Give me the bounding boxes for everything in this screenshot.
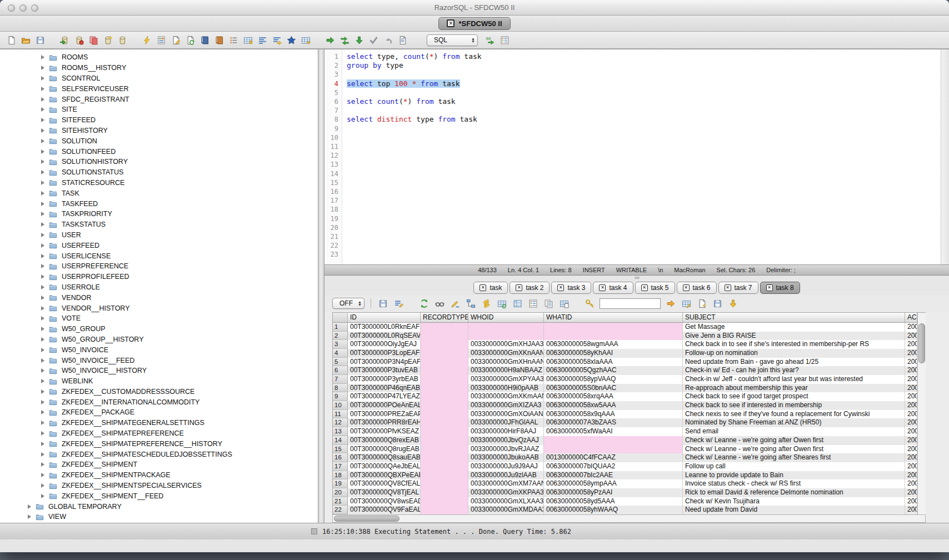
cell-whoid[interactable]: 0033000000GmXPYAA3 <box>468 375 544 384</box>
disclosure-triangle-icon[interactable] <box>41 55 44 59</box>
cell-whatid[interactable]: 00630000007A3bZAAS <box>544 418 683 427</box>
cell-num[interactable]: 5 <box>333 358 348 367</box>
sql-code-area[interactable]: select type, count(*) from taskgroup by … <box>342 49 941 264</box>
table-refresh-icon[interactable] <box>496 298 507 309</box>
cell-recordtypeid[interactable] <box>421 332 468 341</box>
cell-num[interactable]: 13 <box>333 427 348 436</box>
vertical-splitter[interactable] <box>318 49 324 523</box>
cell-subject[interactable]: Rick to email David & reference Delmonte… <box>683 488 905 497</box>
go-next-icon[interactable] <box>324 34 336 46</box>
cell-subject[interactable]: Check-in w/ Jeff - couldn't afford last … <box>683 375 905 384</box>
cell-subject[interactable]: Check back to see if good target prospec… <box>683 392 905 401</box>
rollback-undo-icon[interactable] <box>382 34 393 46</box>
cell-recordtypeid[interactable] <box>421 349 468 358</box>
disclosure-triangle-icon[interactable] <box>41 233 44 237</box>
table-copy-icon[interactable] <box>558 298 570 309</box>
tree-item-zkfedex__shipmentpackage[interactable]: ZKFEDEX__SHIPMENTPACKAGE <box>0 470 318 481</box>
cell-whoid[interactable]: 0033000000JbvQzAAJ <box>468 436 544 445</box>
cell-num[interactable]: 19 <box>333 479 348 488</box>
table-row[interactable]: 1000T3000000POeAnEAL0033000000GmXIZAA300… <box>333 401 917 410</box>
cell-id[interactable]: 00T3000000QV8CfEAL <box>348 479 421 488</box>
max-rows-select[interactable]: OFF ▲▼ <box>332 298 364 309</box>
table-import-icon[interactable] <box>300 34 311 46</box>
cell-subject[interactable]: Leanne to provide update to Bain <box>683 471 905 480</box>
tree-item-staticresource[interactable]: STATICRESOURCE <box>0 178 318 188</box>
cell-num[interactable]: 2 <box>333 332 348 341</box>
cell-ac[interactable]: 200 <box>905 401 917 410</box>
table-row[interactable]: 600T3000000P3tuvEAB0033000000H9aNBAAZ006… <box>333 366 917 375</box>
form-view-icon[interactable] <box>499 34 510 46</box>
result-list-icon[interactable] <box>156 34 167 46</box>
disclosure-triangle-icon[interactable] <box>41 389 44 394</box>
cell-id[interactable]: 00T3000000L0RknEAF <box>348 323 421 332</box>
filter-edit-icon[interactable] <box>393 298 404 309</box>
key-pin-icon[interactable] <box>584 298 595 309</box>
table-row[interactable]: 2000T3000000QV8TjEAL0033000000GmXKPAA300… <box>333 488 917 497</box>
disclosure-triangle-icon[interactable] <box>28 514 31 519</box>
cell-subject[interactable]: Nominated by Shane Freeman at ANZ (HR50) <box>683 418 905 427</box>
tab-close-icon[interactable]: ✕ <box>557 284 564 291</box>
tree-item-userfeed[interactable]: USERFEED <box>0 240 318 251</box>
code-line-19[interactable] <box>347 214 941 223</box>
execute-lightning-icon[interactable] <box>141 34 152 46</box>
column-header-id[interactable]: ID <box>348 313 421 323</box>
column-header-ac[interactable]: AC <box>905 313 917 323</box>
tree-item-w50_group__history[interactable]: W50_GROUP__HISTORY <box>0 334 318 345</box>
column-list-icon[interactable] <box>512 298 523 309</box>
results-search-input[interactable] <box>600 298 661 309</box>
cell-whoid[interactable]: 0033000000Ju9zlAAB <box>468 471 544 480</box>
table-row[interactable]: 1500T3000000Q8rugEAB0033000000JbvRJAAZCh… <box>333 445 917 454</box>
tree-item-rooms__history[interactable]: ROOMS__HISTORY <box>0 63 318 73</box>
table-row[interactable]: 1900T3000000QV8CfEAL0033000000GmXM7AAN00… <box>333 479 917 488</box>
disclosure-triangle-icon[interactable] <box>41 264 44 268</box>
edit-cell-icon[interactable] <box>449 298 461 309</box>
disclosure-triangle-icon[interactable] <box>41 494 44 498</box>
cell-id[interactable]: 00T3000000Q8sauEAB <box>348 453 421 462</box>
save-grid-icon[interactable] <box>712 298 723 309</box>
tree-item-zkfedex__customaddresssource[interactable]: ZKFEDEX__CUSTOMADDRESSSOURCE <box>0 387 318 397</box>
tree-item-zkfedex__shipmatescheduledjobssettings[interactable]: ZKFEDEX__SHIPMATESCHEDULEDJOBSSETTINGS <box>0 449 318 459</box>
tab-close-icon[interactable]: ✕ <box>683 284 690 291</box>
cell-whoid[interactable]: 0033000000GmXLXAA3 <box>468 497 544 506</box>
cell-subject[interactable]: Get Massage <box>683 323 905 332</box>
title-bar[interactable]: RazorSQL - SFDCW50 II <box>0 0 949 16</box>
db-object-icon[interactable] <box>117 34 128 46</box>
cell-id[interactable]: 00T3000000PRR8rEAH <box>348 418 421 427</box>
view-glasses-icon[interactable] <box>434 298 445 309</box>
tree-item-zkfedex__shipment[interactable]: ZKFEDEX__SHIPMENT <box>0 459 318 470</box>
insert-child-icon[interactable] <box>465 298 476 309</box>
disclosure-triangle-icon[interactable] <box>41 149 44 154</box>
table-row[interactable]: 800T3000000P46qnEAB0033000000H9i0pAAB006… <box>333 384 917 393</box>
export-edit-icon[interactable] <box>170 34 181 46</box>
tree-item-userpreference[interactable]: USERPREFERENCE <box>0 261 318 272</box>
column-header-whoid[interactable]: WHOID <box>468 313 544 323</box>
cell-ac[interactable]: 200 <box>905 453 917 462</box>
close-window-button[interactable] <box>8 4 15 12</box>
cell-ac[interactable]: 200 <box>905 471 917 480</box>
tab-close-icon[interactable]: ✕ <box>641 284 648 291</box>
cell-subject[interactable]: Check nexis to see if they've found a re… <box>683 410 905 419</box>
cell-num[interactable]: 6 <box>333 366 348 375</box>
cell-id[interactable]: 00T3000000L0RqSEAV <box>348 332 421 341</box>
cell-ac[interactable]: 200 <box>905 445 917 454</box>
tree-item-zkfedex__shipment__feed[interactable]: ZKFEDEX__SHIPMENT__FEED <box>0 491 318 501</box>
tree-item-userrole[interactable]: USERROLE <box>0 282 318 293</box>
tree-item-w50_invoice__feed[interactable]: W50_INVOICE__FEED <box>0 355 318 366</box>
disclosure-triangle-icon[interactable] <box>41 442 44 446</box>
tree-item-vote[interactable]: VOTE <box>0 313 318 324</box>
result-tab-task-6[interactable]: ✕task 6 <box>677 282 717 294</box>
code-line-10[interactable] <box>347 133 941 142</box>
cell-recordtypeid[interactable] <box>421 375 468 384</box>
disclosure-triangle-icon[interactable] <box>41 274 44 279</box>
tree-item-w50_invoice[interactable]: W50_INVOICE <box>0 344 318 355</box>
cell-ac[interactable]: 200 <box>905 323 917 332</box>
cell-subject[interactable]: Invoice status check - check w/ RS first <box>683 479 905 488</box>
disclosure-triangle-icon[interactable] <box>41 431 44 436</box>
table-row[interactable]: 1300T3000000PfvKSEAZ0033000000HirF8AAJ00… <box>333 427 917 436</box>
database-browser-tree[interactable]: ROOMSROOMS__HISTORYSCONTROLSELFSERVICEUS… <box>0 49 318 523</box>
cell-num[interactable]: 18 <box>333 471 348 480</box>
result-tab-task-3[interactable]: ✕task 3 <box>551 282 591 294</box>
code-line-1[interactable]: select type, count(*) from task <box>347 52 941 61</box>
table-row[interactable]: 1600T3000000Q8sauEAB0033000000JbukoAAB00… <box>333 453 917 462</box>
disclosure-triangle-icon[interactable] <box>41 483 44 488</box>
